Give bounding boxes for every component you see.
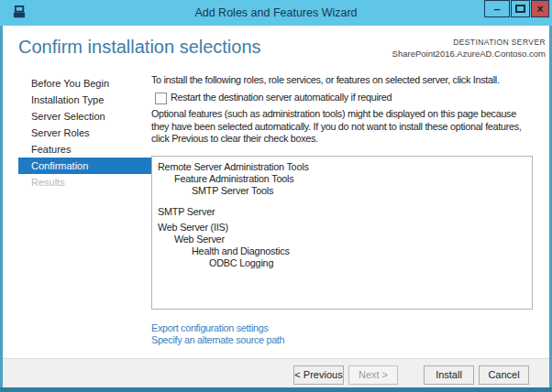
restart-checkbox-label[interactable]: Restart the destination server automatic… bbox=[171, 92, 392, 103]
next-button: Next > bbox=[348, 365, 398, 385]
previous-button[interactable]: < Previous bbox=[293, 365, 344, 385]
sidebar-item-confirmation[interactable]: Confirmation bbox=[18, 158, 151, 174]
tree-item: Remote Server Administration Tools bbox=[152, 161, 532, 173]
selection-listbox: Remote Server Administration Tools Featu… bbox=[151, 156, 533, 310]
destination-server-label: DESTINATION SERVER bbox=[392, 38, 546, 47]
alternate-source-path-link[interactable]: Specify an alternate source path bbox=[151, 334, 284, 345]
maximize-button[interactable] bbox=[511, 0, 530, 17]
sidebar-item-server-selection[interactable]: Server Selection bbox=[18, 108, 151, 125]
tree-item: Health and Diagnostics bbox=[152, 245, 532, 257]
close-button[interactable]: × bbox=[531, 0, 549, 17]
tree-item: SMTP Server bbox=[152, 206, 532, 218]
window-border-bottom bbox=[0, 387, 552, 392]
destination-server-block: DESTINATION SERVER SharePoint2016.AzureA… bbox=[392, 38, 546, 59]
sidebar-item-features[interactable]: Features bbox=[18, 141, 151, 158]
restart-checkbox[interactable] bbox=[155, 93, 167, 104]
export-configuration-link[interactable]: Export configuration settings bbox=[151, 322, 269, 333]
intro-text: To install the following roles, role ser… bbox=[151, 74, 500, 85]
minimize-icon: – bbox=[493, 2, 500, 16]
tree-item: ODBC Logging bbox=[152, 257, 532, 269]
close-icon: × bbox=[536, 3, 543, 16]
sidebar-item-results: Results bbox=[18, 174, 151, 191]
window-title: Add Roles and Features Wizard bbox=[0, 0, 552, 26]
window-border-left bbox=[0, 26, 3, 392]
page-title: Confirm installation selections bbox=[18, 37, 261, 58]
tree-item: Feature Administration Tools bbox=[152, 173, 532, 185]
wizard-window: Add Roles and Features Wizard – × Confir… bbox=[0, 0, 552, 392]
tree-item: Web Server (IIS) bbox=[152, 222, 532, 234]
minimize-button[interactable]: – bbox=[484, 0, 510, 17]
cancel-button[interactable]: Cancel bbox=[479, 365, 529, 385]
titlebar[interactable]: Add Roles and Features Wizard – × bbox=[0, 0, 552, 26]
tree-item: Web Server bbox=[152, 234, 532, 245]
sidebar-item-installation-type[interactable]: Installation Type bbox=[18, 92, 151, 108]
sidebar-item-before-you-begin[interactable]: Before You Begin bbox=[18, 75, 151, 92]
maximize-icon bbox=[515, 5, 525, 13]
optional-features-note: Optional features (such as administratio… bbox=[151, 108, 535, 146]
sidebar-item-server-roles[interactable]: Server Roles bbox=[18, 125, 151, 141]
install-button[interactable]: Install bbox=[424, 365, 474, 385]
tree-item: SMTP Server Tools bbox=[152, 185, 532, 197]
destination-server-name: SharePoint2016.AzureAD.Contoso.com bbox=[392, 49, 546, 59]
